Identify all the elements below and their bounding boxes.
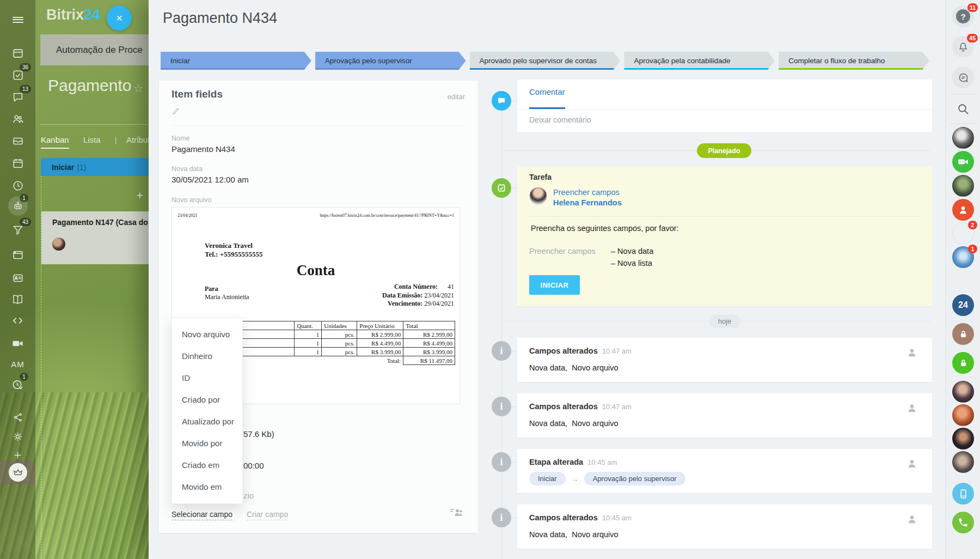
edit-pencil-icon[interactable]	[171, 107, 180, 118]
stage-completar-fluxo[interactable]: Completar o fluxo de trabalho	[779, 52, 929, 70]
settings-gear-icon[interactable]	[0, 427, 35, 446]
task-description: Preencha os seguintes campos, por favor:	[531, 224, 679, 233]
private-lock-button[interactable]	[952, 323, 974, 345]
time-icon[interactable]	[0, 176, 35, 196]
notifications-button[interactable]: 45	[952, 36, 974, 58]
close-icon: ×	[116, 12, 122, 25]
dropdown-item-atualizado-por[interactable]: Atualizado por	[172, 411, 242, 433]
timeline-entry-fields-changed: Campos alterados10:45 am Nova data, Novo…	[517, 505, 932, 549]
invoice-recipient: ParaMaria Antonietta	[205, 285, 249, 301]
kanban-card[interactable]: Pagamento N147 (Casa do	[41, 211, 149, 264]
video-call-button[interactable]	[952, 151, 974, 173]
followers-icon[interactable]	[450, 507, 464, 520]
timeline-entry-fields-changed: Campos alterados10:47 am Nova data, Novo…	[517, 338, 932, 382]
comment-input[interactable]: Deixar comentário	[529, 116, 591, 124]
info-icon: i	[492, 452, 511, 472]
kanban-add-icon[interactable]: +	[137, 190, 143, 202]
item-fields-heading: Item fields	[171, 88, 223, 100]
avatar[interactable]	[952, 404, 974, 426]
tab-atribuicao[interactable]: Atribui	[126, 135, 149, 144]
dropdown-item-criado-em[interactable]: Criado em	[172, 454, 242, 476]
crm-badge: 43	[20, 218, 31, 226]
author-avatar-icon[interactable]	[906, 458, 918, 472]
right-utility-rail: ? 11 45 2 1 24	[945, 0, 980, 559]
video-calls-icon[interactable]	[0, 333, 35, 353]
kanban-column-header[interactable]: Iniciar (1)	[41, 158, 149, 176]
stage-aprovado-supervisor-contas[interactable]: Aprovado pelo supervisor de contas	[470, 52, 621, 70]
open-lock-button[interactable]	[952, 352, 974, 374]
dropdown-item-movido-em[interactable]: Movido em	[172, 476, 242, 498]
avatar[interactable]	[952, 428, 974, 449]
invoice-title: Conta	[172, 262, 460, 279]
close-slider-button[interactable]: ×	[107, 5, 132, 31]
dropdown-item-movido-por[interactable]: Movido por	[172, 433, 242, 454]
task-title-link[interactable]: Preencher campos	[553, 188, 620, 197]
dropdown-item-criado-por[interactable]: Criado por	[172, 389, 242, 411]
process-page-title: Pagamento	[48, 76, 131, 95]
chat-icon[interactable]: 13	[0, 87, 35, 107]
avatar[interactable]	[952, 175, 974, 197]
share-network-icon[interactable]	[0, 408, 35, 427]
stage-aprovacao-supervisor[interactable]: Aprovação pelo supervisor	[315, 52, 466, 70]
employees-icon[interactable]	[0, 109, 35, 129]
desktop-app-button[interactable]	[952, 483, 974, 505]
notifications-badge: 45	[967, 34, 978, 42]
iniciar-button[interactable]: INICIAR	[529, 275, 580, 295]
avatar[interactable]: 1	[952, 246, 974, 268]
item-fields-card: Item fields editar Nome Pagamento N434 N…	[159, 81, 478, 533]
question-icon: ?	[956, 9, 970, 23]
assignee-link[interactable]: Helena Fernandos	[553, 198, 622, 207]
upgrade-plan-item[interactable]	[0, 460, 35, 484]
tab-lista[interactable]: Lista	[83, 135, 101, 144]
task-fields-label: Preencher campos	[529, 247, 596, 256]
select-field-link[interactable]: Selecionar campo	[171, 510, 232, 520]
comment-bubble-icon	[492, 91, 511, 111]
author-avatar-icon[interactable]	[906, 347, 918, 361]
live-feed-icon[interactable]	[0, 44, 35, 63]
calendar-icon[interactable]	[0, 154, 35, 173]
process-automation-tab[interactable]: Automação de Proce	[40, 34, 149, 65]
sites-icon[interactable]	[0, 245, 35, 265]
stage-from-pill: Iniciar	[529, 472, 566, 485]
automation-robot-icon[interactable]: 1	[0, 196, 35, 216]
create-field-link[interactable]: Criar campo	[247, 510, 288, 520]
avatar[interactable]	[952, 451, 974, 473]
bitrix24-badge[interactable]: 24	[952, 294, 974, 316]
avatar[interactable]	[952, 381, 974, 403]
avatar[interactable]: 2	[952, 222, 974, 244]
tab-kanban[interactable]: Kanban	[41, 135, 69, 149]
view-tabs: Kanban Lista | Atribui	[41, 135, 149, 144]
dropdown-item-id[interactable]: ID	[172, 367, 242, 389]
editar-link[interactable]: editar	[447, 93, 465, 101]
knowledge-base-icon[interactable]	[0, 289, 35, 309]
worktime-icon[interactable]: 1	[0, 375, 35, 394]
tasks-icon[interactable]: 36	[0, 65, 35, 85]
author-avatar-icon[interactable]	[906, 513, 918, 527]
author-avatar-icon[interactable]	[906, 402, 918, 416]
tab-comentar[interactable]: Comentar	[529, 87, 565, 96]
drive-icon[interactable]	[0, 131, 35, 151]
bitrix24-workflow-screen: 36 13 1 43	[0, 0, 980, 559]
search-button[interactable]	[952, 98, 974, 120]
assignee-avatar[interactable]	[529, 187, 547, 205]
stage-iniciar[interactable]: Iniciar	[161, 52, 311, 70]
avatar[interactable]	[952, 127, 974, 149]
crm-funnel-icon[interactable]: 43	[0, 220, 35, 240]
dropdown-item-dinheiro[interactable]: Dinheiro	[172, 345, 242, 367]
telephony-button[interactable]	[952, 512, 974, 533]
contact-card-icon[interactable]	[0, 268, 35, 288]
help-button[interactable]: ? 11	[952, 5, 974, 27]
field-links: Selecionar campo Criar campo	[171, 510, 288, 519]
contact-person-button[interactable]	[952, 199, 974, 221]
dropdown-item-novo-arquivo[interactable]: Novo arquivo	[172, 324, 242, 345]
developer-code-icon[interactable]	[0, 311, 35, 330]
stage-aprovacao-contabilidade[interactable]: Aprovação pela contabilidade	[624, 52, 775, 70]
invoice-company: Veronica TravelTel.: +55955555555	[205, 241, 263, 259]
arrow-right-icon: →	[571, 475, 579, 483]
messenger-button[interactable]	[952, 66, 974, 88]
marketplace-am-item[interactable]: AM	[0, 354, 35, 374]
favorite-star-icon[interactable]: ☆	[133, 82, 143, 95]
nome-value: Pagamento N434	[171, 144, 235, 154]
workflow-slider-panel: Pagamento N434 Iniciar Aprovação pelo su…	[149, 0, 945, 559]
menu-icon[interactable]	[0, 10, 35, 29]
